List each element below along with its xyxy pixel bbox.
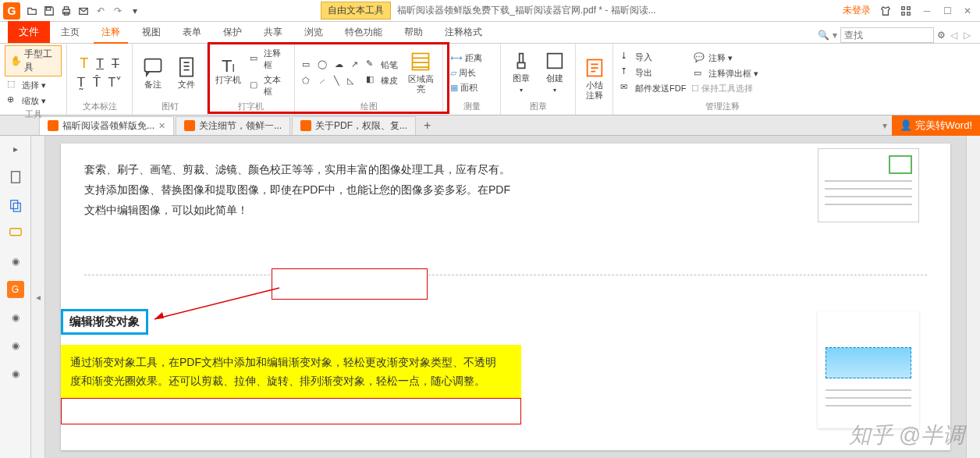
- content-line-3: 文档中编辑图像，可以如此简单！: [84, 200, 927, 220]
- doc-tab-2[interactable]: 关注细节，领鲜一...: [176, 116, 290, 135]
- tab-feature[interactable]: 特色功能: [334, 22, 393, 43]
- oval-icon[interactable]: ◯: [315, 59, 329, 70]
- skin-icon[interactable]: [877, 2, 894, 20]
- app-logo: G: [3, 2, 20, 20]
- tab-help[interactable]: 帮助: [393, 22, 434, 43]
- textbox-button[interactable]: ▢文本框: [247, 73, 289, 98]
- import-button[interactable]: ⤓导入: [618, 50, 655, 64]
- replace-icon[interactable]: T̂: [91, 74, 103, 91]
- tab-context[interactable]: 注释格式: [434, 22, 493, 43]
- select-button[interactable]: ⬚选择▾: [5, 78, 48, 92]
- nav-comments-icon[interactable]: [7, 225, 24, 242]
- export-button[interactable]: ⤒导出: [618, 66, 655, 80]
- note-button[interactable]: 备注: [137, 55, 169, 91]
- popup-dropdown[interactable]: ▭注释弹出框▾: [691, 67, 761, 81]
- hand-tool-button[interactable]: ✋手型工具: [5, 45, 62, 76]
- pencil-button[interactable]: ✎铅笔: [364, 58, 400, 72]
- tab-protect[interactable]: 保护: [212, 22, 253, 43]
- underline-icon[interactable]: T: [94, 55, 106, 73]
- nav-image2-icon[interactable]: ◉: [7, 309, 24, 326]
- group-label-textmark: 文本标注: [72, 100, 127, 113]
- typewriter-button[interactable]: TI打字机: [212, 59, 244, 87]
- ribbon-tabs: 文件 主页 注释 视图 表单 保护 共享 浏览 特色功能 帮助 注释格式 🔍 ▾…: [0, 22, 980, 44]
- ribbon-panel: ✋手型工具 ⬚选择▾ ⊕缩放▾ 工具 T T T T̰ T̂ T˅ 文本标注 备…: [0, 44, 980, 115]
- strike-icon[interactable]: T: [109, 55, 122, 73]
- polygon-icon[interactable]: ⬠: [300, 75, 312, 87]
- squiggly-icon[interactable]: T̰: [75, 74, 87, 91]
- page-area[interactable]: 套索、刷子、画笔、剪裁、滤镜、颜色校正等等，实用丰富的图像处理工具，应有尽有。 …: [45, 136, 966, 458]
- close-tab-icon[interactable]: ✕: [158, 121, 165, 131]
- stamp-button[interactable]: 图章▾: [506, 48, 537, 97]
- nav-toggle[interactable]: ◂: [31, 136, 45, 458]
- nav-pages-icon[interactable]: [7, 197, 24, 214]
- line-icon[interactable]: ╲: [332, 75, 342, 87]
- file-tab[interactable]: 文件: [8, 21, 50, 43]
- email-icon[interactable]: [75, 2, 92, 20]
- callout-icon[interactable]: ◺: [345, 75, 356, 87]
- grid-icon[interactable]: [897, 2, 914, 20]
- highlight-icon[interactable]: T: [77, 55, 91, 73]
- create-stamp-button[interactable]: 创建▾: [540, 48, 571, 97]
- zoom-button[interactable]: ⊕缩放▾: [5, 94, 48, 108]
- tab-view[interactable]: 视图: [131, 22, 172, 43]
- perimeter-button[interactable]: ▱周长: [448, 66, 478, 80]
- nav-bookmarks-icon[interactable]: [7, 169, 24, 186]
- commentbox-button[interactable]: ▭注释框: [247, 47, 289, 72]
- eraser-button[interactable]: ◧橡皮: [364, 73, 400, 87]
- tab-overflow-icon[interactable]: ▾: [878, 120, 892, 131]
- tab-home[interactable]: 主页: [50, 22, 91, 43]
- document-tabs: 福昕阅读器领鲜版免...✕ 关注细节，领鲜一... 关于PDF，权限、复... …: [0, 115, 980, 136]
- mail-fdf-button[interactable]: ✉邮件发送FDF: [618, 81, 688, 95]
- search-icon[interactable]: 🔍: [818, 30, 829, 41]
- nav-expand-icon[interactable]: ▸: [7, 140, 24, 158]
- doc-tab-3[interactable]: 关于PDF，权限、复...: [292, 116, 416, 135]
- prev-icon[interactable]: ◁: [949, 30, 959, 41]
- tab-browse[interactable]: 浏览: [293, 22, 334, 43]
- comments-dropdown[interactable]: 💬注释▾: [691, 51, 735, 66]
- save-icon[interactable]: [41, 2, 58, 20]
- document-title: 福昕阅读器领鲜版免费下载_福昕阅读器官网.pdf * - 福昕阅读...: [391, 2, 662, 19]
- distance-button[interactable]: ⟷距离: [448, 51, 485, 65]
- arrow-icon[interactable]: ↗: [349, 59, 360, 70]
- polyline-icon[interactable]: ⟋: [315, 75, 328, 87]
- next-icon[interactable]: ▷: [962, 30, 972, 41]
- placeholder-image-1: [818, 148, 919, 222]
- cloud-icon[interactable]: ☁: [332, 59, 346, 70]
- login-status[interactable]: 未登录: [840, 2, 874, 19]
- nav-foxit-icon[interactable]: G: [7, 281, 24, 298]
- quick-access-toolbar: G ↶ ↷ ▾ 自由文本工具 福昕阅读器领鲜版免费下载_福昕阅读器官网.pdf …: [0, 0, 980, 22]
- convert-word-button[interactable]: 👤完美转Word!: [892, 115, 980, 136]
- svg-rect-16: [9, 229, 20, 236]
- nav-image3-icon[interactable]: ◉: [7, 337, 24, 354]
- keep-tool-checkbox[interactable]: ☐保持工具选择: [691, 83, 753, 94]
- tab-form[interactable]: 表单: [172, 22, 212, 43]
- close-icon[interactable]: ✕: [958, 3, 977, 19]
- content-line-2: 支持添加图像、替换图像和提取图像，即使在PDF中，也能让您的图像多姿多彩。在PD…: [84, 179, 927, 200]
- rect-icon[interactable]: ▭: [300, 59, 312, 70]
- maximize-icon[interactable]: ☐: [938, 3, 957, 19]
- search-input[interactable]: [840, 27, 934, 43]
- add-tab-button[interactable]: +: [417, 119, 437, 133]
- nav-image1-icon[interactable]: ◉: [7, 253, 24, 270]
- area-highlight-button[interactable]: 区域高亮: [403, 49, 438, 96]
- contextual-tool-label: 自由文本工具: [321, 2, 391, 20]
- undo-icon[interactable]: ↶: [92, 2, 109, 20]
- dropdown-icon[interactable]: ▾: [126, 2, 144, 20]
- highlighted-paragraph: 通过渐变对象工具，在PDF文档中添加和编辑渐变对象，轻松更改渐变对象类型、不透明…: [61, 345, 521, 398]
- redo-icon[interactable]: ↷: [109, 2, 126, 20]
- open-icon[interactable]: [23, 2, 41, 20]
- tab-comment[interactable]: 注释: [91, 22, 131, 43]
- summary-button[interactable]: 小结注释: [581, 55, 608, 102]
- nav-image4-icon[interactable]: ◉: [7, 365, 24, 382]
- vertical-scrollbar[interactable]: [966, 136, 980, 458]
- group-label-measure: 测量: [448, 100, 495, 113]
- file-attach-button[interactable]: 文件: [172, 55, 203, 91]
- svg-line-17: [154, 288, 279, 319]
- search-dropdown-icon[interactable]: ▾: [833, 30, 837, 41]
- tab-share[interactable]: 共享: [253, 22, 293, 43]
- insert-icon[interactable]: T˅: [106, 74, 125, 91]
- minimize-icon[interactable]: ─: [918, 3, 936, 19]
- print-icon[interactable]: [58, 2, 75, 20]
- settings-icon[interactable]: ⚙: [937, 30, 946, 41]
- area-button[interactable]: ▦面积: [448, 81, 480, 94]
